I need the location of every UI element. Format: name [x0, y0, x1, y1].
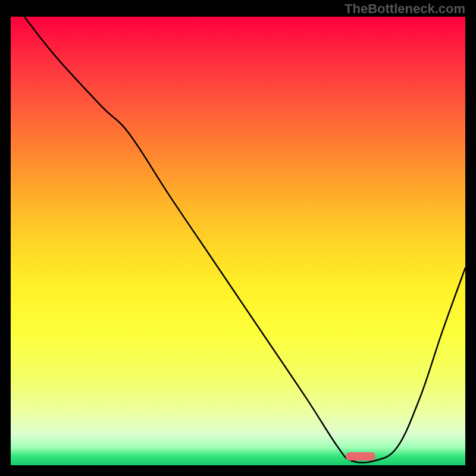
- bottleneck-curve: [11, 17, 465, 465]
- optimal-marker: [346, 452, 375, 461]
- watermark-text: TheBottleneck.com: [345, 1, 465, 17]
- chart-plot-area: [11, 17, 465, 465]
